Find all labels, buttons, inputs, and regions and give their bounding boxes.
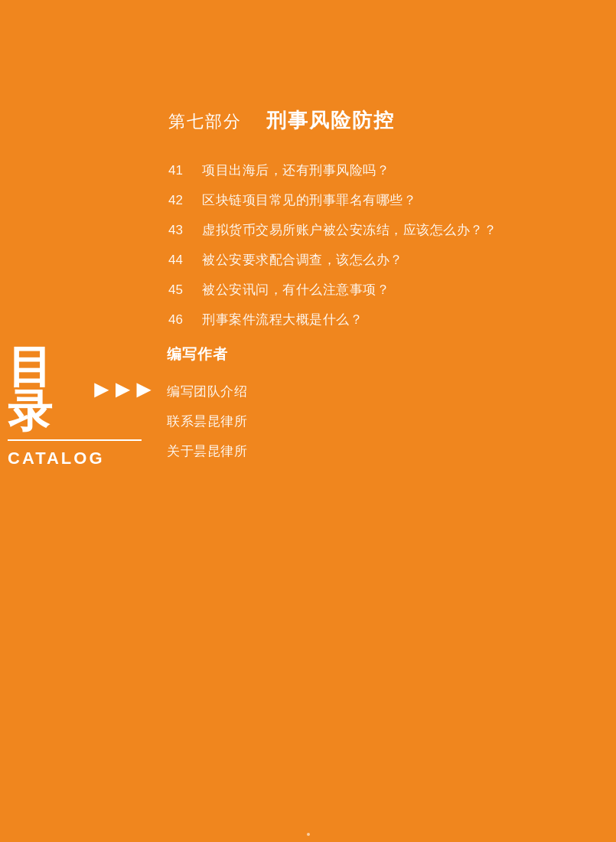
divider-line [8, 439, 142, 441]
logo-chinese-text: 目录 [8, 344, 83, 433]
author-link[interactable]: 编写团队介绍 [167, 383, 247, 400]
author-links: 编写团队介绍联系昙昆律所关于昙昆律所 [167, 383, 247, 460]
section-title: 第七部分 刑事风险防控 [168, 107, 497, 134]
catalog-items: 41项目出海后，还有刑事风险吗？42区块链项目常见的刑事罪名有哪些？43虚拟货币… [168, 162, 497, 328]
catalog-item: 46刑事案件流程大概是什么？ [168, 311, 497, 328]
author-link[interactable]: 联系昙昆律所 [167, 413, 247, 430]
item-number: 46 [168, 312, 187, 328]
item-text: 项目出海后，还有刑事风险吗？ [202, 162, 389, 179]
logo-chinese: 目录 ►►► [8, 344, 153, 433]
item-number: 44 [168, 253, 187, 268]
catalog-item: 42区块链项目常见的刑事罪名有哪些？ [168, 191, 497, 209]
logo-english: CATALOG [8, 449, 153, 468]
item-text: 区块链项目常见的刑事罪名有哪些？ [202, 191, 416, 209]
author-section: 编写作者 编写团队介绍联系昙昆律所关于昙昆律所 [167, 344, 247, 460]
item-number: 45 [168, 282, 187, 298]
author-link[interactable]: 关于昙昆律所 [167, 442, 247, 460]
item-number: 43 [168, 223, 187, 238]
catalog-item: 41项目出海后，还有刑事风险吗？ [168, 162, 497, 179]
item-text: 刑事案件流程大概是什么？ [202, 311, 363, 328]
item-number: 42 [168, 193, 187, 208]
author-title: 编写作者 [167, 344, 247, 364]
logo-area: 目录 ►►► CATALOG [0, 344, 153, 468]
section-name: 刑事风险防控 [266, 107, 395, 134]
item-text: 虚拟货币交易所账户被公安冻结，应该怎么办？？ [202, 221, 497, 239]
bottom-dot [307, 833, 310, 836]
item-text: 被公安讯问，有什么注意事项？ [202, 281, 389, 299]
item-number: 41 [168, 163, 187, 178]
catalog-item: 44被公安要求配合调查，该怎么办？ [168, 251, 497, 269]
catalog-item: 45被公安讯问，有什么注意事项？ [168, 281, 497, 299]
section-seven: 第七部分 刑事风险防控 41项目出海后，还有刑事风险吗？42区块链项目常见的刑事… [168, 107, 497, 328]
arrows-icon: ►►► [90, 377, 153, 401]
section-number: 第七部分 [168, 110, 242, 133]
catalog-item: 43虚拟货币交易所账户被公安冻结，应该怎么办？？ [168, 221, 497, 239]
page: 第七部分 刑事风险防控 41项目出海后，还有刑事风险吗？42区块链项目常见的刑事… [0, 0, 616, 842]
item-text: 被公安要求配合调查，该怎么办？ [202, 251, 403, 269]
